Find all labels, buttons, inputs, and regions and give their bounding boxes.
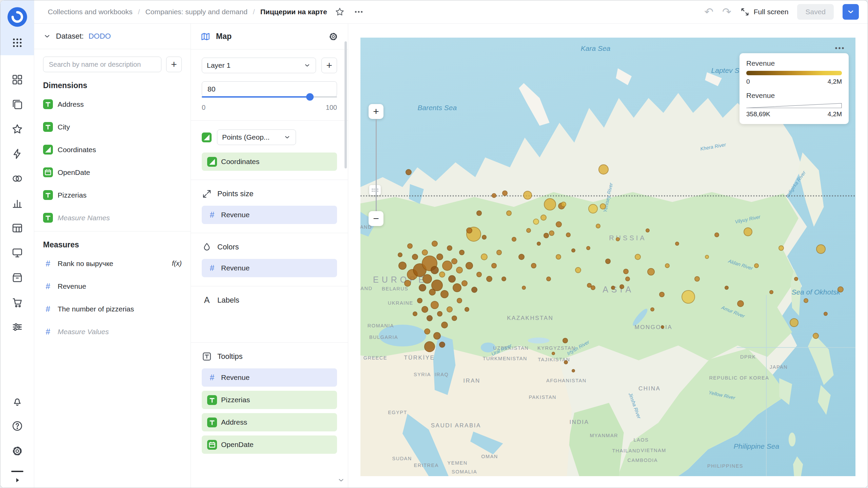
map-bubble[interactable] <box>531 263 536 268</box>
map-bubble[interactable] <box>705 255 709 259</box>
connections-icon[interactable] <box>11 172 23 185</box>
add-field-button[interactable]: + <box>166 57 182 72</box>
chip-revenue[interactable]: #Revenue <box>202 368 337 387</box>
map-bubble[interactable] <box>439 271 445 278</box>
map-bubble[interactable] <box>566 232 571 237</box>
undo-icon[interactable]: ↶ <box>704 6 713 17</box>
zoom-in-button[interactable]: + <box>369 104 383 119</box>
map-bubble[interactable] <box>588 204 598 214</box>
map-bubble[interactable] <box>447 306 453 312</box>
map-bubble[interactable] <box>453 283 461 292</box>
map-bubble[interactable] <box>552 352 555 355</box>
map-bubble[interactable] <box>441 322 448 328</box>
map-bubble[interactable] <box>417 298 422 303</box>
map-bubble[interactable] <box>433 332 441 340</box>
collapse-handle[interactable] <box>11 471 23 472</box>
chip-coordinates[interactable]: Coordinates <box>202 152 337 171</box>
map-bubble[interactable] <box>549 230 554 236</box>
opacity-slider[interactable] <box>202 94 337 100</box>
marketplace-icon[interactable] <box>11 296 23 308</box>
field-address[interactable]: Address <box>43 93 182 116</box>
settings-icon[interactable] <box>11 445 23 457</box>
layer-select[interactable]: Layer 1 <box>202 58 316 73</box>
map-bubble[interactable] <box>506 210 512 216</box>
map-bubble[interactable] <box>486 276 492 282</box>
dataset-collapse-icon[interactable] <box>43 32 51 40</box>
zoom-slider[interactable] <box>376 119 377 211</box>
datalens-logo[interactable] <box>6 6 28 28</box>
breadcrumb-collections[interactable]: Collections and workbooks <box>48 8 133 16</box>
charts-icon[interactable] <box>11 197 23 209</box>
redo-icon[interactable]: ↷ <box>722 6 731 17</box>
map-bubble[interactable] <box>427 315 433 321</box>
map-bubble[interactable] <box>778 245 784 251</box>
map-bubble[interactable] <box>419 284 426 291</box>
chip-revenue[interactable]: #Revenue <box>202 206 337 224</box>
field-the-number-of-pizzerias[interactable]: #The number of pizzerias <box>43 298 182 320</box>
map-bubble[interactable] <box>501 277 506 281</box>
map-bubble[interactable] <box>564 360 568 364</box>
collections-icon[interactable] <box>11 98 23 110</box>
map-bubble[interactable] <box>398 262 407 270</box>
map-bubble[interactable] <box>694 276 700 282</box>
map-bubble[interactable] <box>476 272 482 277</box>
map-bubble[interactable] <box>571 248 575 252</box>
map-bubble[interactable] <box>459 250 465 255</box>
map-bubble[interactable] <box>650 307 654 311</box>
map-bubble[interactable] <box>600 203 606 209</box>
field-pizzerias[interactable]: Pizzerias <box>43 184 182 206</box>
fullscreen-button[interactable]: Full screen <box>740 7 789 17</box>
saved-button[interactable]: Saved <box>797 4 834 20</box>
map-bubble[interactable] <box>442 261 452 271</box>
map-bubble[interactable] <box>502 190 508 196</box>
map-bubble[interactable] <box>422 274 432 284</box>
map-bubble[interactable] <box>413 311 417 316</box>
field-opendate[interactable]: OpenDate <box>43 161 182 184</box>
presentations-icon[interactable] <box>11 247 23 259</box>
map-bubble[interactable] <box>512 237 516 242</box>
field-coordinates[interactable]: Coordinates <box>43 138 182 161</box>
dashboards-icon[interactable] <box>11 74 23 86</box>
opacity-slider-knob[interactable] <box>306 93 314 101</box>
map-bubble[interactable] <box>575 267 581 273</box>
map-bubble[interactable] <box>682 290 695 304</box>
map-bubble[interactable] <box>422 249 428 256</box>
map-bubble[interactable] <box>598 164 609 175</box>
field-measure-names[interactable]: Measure Names <box>43 206 182 229</box>
more-actions-icon[interactable] <box>354 7 364 17</box>
add-layer-button[interactable]: + <box>321 58 337 73</box>
map-bubble[interactable] <box>452 316 457 321</box>
map-bubble[interactable] <box>522 286 526 290</box>
chip-address[interactable]: Address <box>202 413 337 431</box>
apps-grid-icon[interactable] <box>12 37 23 48</box>
map-bubble[interactable] <box>623 269 629 274</box>
map-bubble[interactable] <box>586 246 590 250</box>
map-bubble[interactable] <box>561 202 566 207</box>
map-bubble[interactable] <box>448 275 456 283</box>
map-bubble[interactable] <box>556 221 562 227</box>
map-bubble[interactable] <box>546 277 551 281</box>
map-bubble[interactable] <box>451 258 457 264</box>
map-bubble[interactable] <box>440 290 449 298</box>
map-bubble[interactable] <box>439 342 445 348</box>
map-bubble[interactable] <box>421 306 428 313</box>
map-bubble[interactable] <box>816 244 826 254</box>
field-revenue[interactable]: #Revenue <box>43 275 182 298</box>
dataset-name-link[interactable]: DODO <box>88 32 111 41</box>
map-bubble[interactable] <box>659 292 665 297</box>
favorites-icon[interactable] <box>11 123 23 135</box>
map-bubble[interactable] <box>661 325 664 329</box>
map-bubble[interactable] <box>404 280 411 287</box>
map-bubble[interactable] <box>482 235 487 240</box>
zoom-out-button[interactable]: − <box>369 211 383 226</box>
map-bubble[interactable] <box>635 254 641 260</box>
map-bubble[interactable] <box>471 287 477 293</box>
map-bubble[interactable] <box>424 328 430 334</box>
map-bubble[interactable] <box>481 253 488 260</box>
editor-icon[interactable] <box>11 148 23 160</box>
map-bubble[interactable] <box>754 263 759 268</box>
map-bubble[interactable] <box>424 341 435 352</box>
chip-revenue[interactable]: #Revenue <box>202 259 337 277</box>
save-dropdown-button[interactable] <box>843 4 859 20</box>
map-bubble[interactable] <box>412 254 418 260</box>
